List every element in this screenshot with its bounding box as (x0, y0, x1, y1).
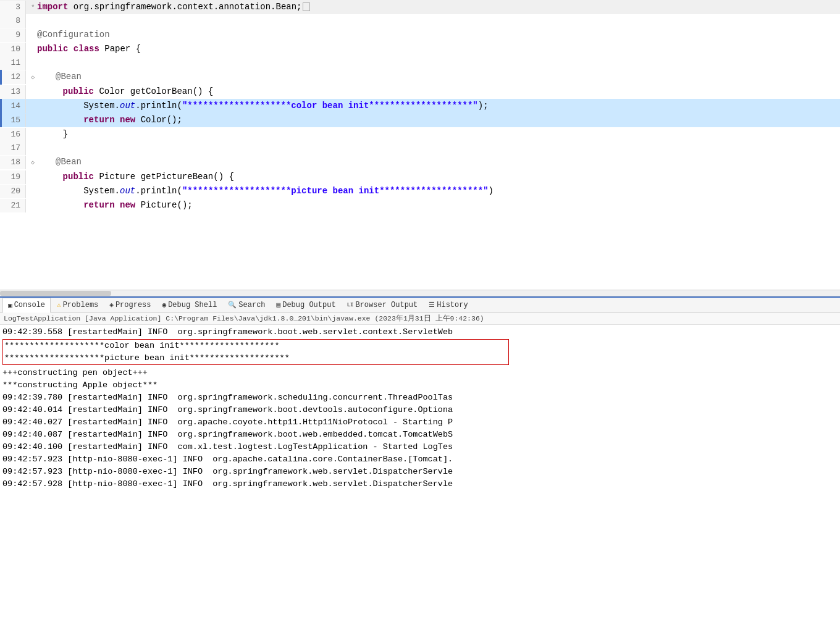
code-line-11: 11 (0, 56, 840, 70)
code-line-21: 21 return new Picture(); (0, 198, 840, 212)
left-bar-indicator-14 (0, 99, 2, 113)
tab-search[interactable]: 🔍 Search (223, 298, 270, 313)
code-line-16: 16 } (0, 127, 840, 141)
search-tab-icon: 🔍 (228, 301, 237, 309)
browser-output-tab-label: Browser Output (355, 301, 418, 309)
console-output[interactable]: 09:42:39.558 [restartedMain] INFO org.sp… (0, 325, 840, 610)
code-line-20: 20 System.out.println("*****************… (0, 184, 840, 198)
console-tabs-bar: ▣ Console ⚠ Problems ◈ Progress ◉ Debug … (0, 296, 840, 313)
console-panel: ▣ Console ⚠ Problems ◈ Progress ◉ Debug … (0, 296, 840, 610)
code-line-9: 9 @Configuration (0, 28, 840, 42)
tab-progress[interactable]: ◈ Progress (104, 298, 156, 313)
console-tab-icon: ▣ (8, 301, 12, 309)
console-highlighted-box: ********************color bean init*****… (2, 339, 509, 365)
history-tab-label: History (437, 301, 468, 309)
tab-browser-output[interactable]: LI Browser Output (342, 298, 423, 313)
console-output-line-13: 09:42:57.928 [http-nio-8080-exec-1] INFO… (2, 478, 838, 490)
code-line-14: 14 System.out.println("*****************… (0, 99, 840, 113)
code-line-15: 15 return new Color(); (0, 113, 840, 127)
history-tab-icon: ☰ (429, 301, 435, 309)
console-output-line-2: ********************color bean init*****… (3, 340, 508, 352)
code-line-18: 18 ◇ @Bean (0, 155, 840, 170)
problems-tab-label: Problems (63, 301, 99, 309)
debug-output-tab-label: Debug Output (282, 301, 335, 309)
code-line-13: 13 public Color getColorBean() { (0, 85, 840, 99)
code-line-12: 12 ◇ @Bean (0, 70, 840, 85)
console-output-line-12: 09:42:57.923 [http-nio-8080-exec-1] INFO… (2, 466, 838, 478)
console-output-line-9: 09:42:40.087 [restartedMain] INFO org.sp… (2, 429, 838, 441)
debug-shell-tab-icon: ◉ (162, 301, 167, 309)
console-info-text: LogTestApplication [Java Application] C:… (4, 314, 484, 322)
tab-problems[interactable]: ⚠ Problems (52, 298, 103, 313)
left-bar-indicator (0, 70, 2, 85)
debug-output-tab-icon: ▤ (277, 301, 281, 309)
console-output-line-8: 09:42:40.027 [restartedMain] INFO org.ap… (2, 416, 838, 429)
editor-scrollbar[interactable] (0, 290, 840, 296)
debug-shell-tab-label: Debug Shell (168, 301, 217, 309)
code-editor: 3 * import org.springframework.context.a… (0, 0, 840, 296)
console-output-line-6: 09:42:39.780 [restartedMain] INFO org.sp… (2, 392, 838, 404)
tab-history[interactable]: ☰ History (424, 298, 472, 313)
code-line-3: 3 * import org.springframework.context.a… (0, 0, 840, 14)
console-output-line-5: ***constructing Apple object*** (2, 379, 838, 392)
console-info-line: LogTestApplication [Java Application] C:… (0, 313, 840, 325)
tab-debug-shell[interactable]: ◉ Debug Shell (158, 298, 222, 313)
console-output-line-4: +++constructing pen object+++ (2, 367, 838, 379)
code-line-17: 17 (0, 141, 840, 155)
left-bar-indicator-15 (0, 113, 2, 127)
browser-output-tab-icon: LI (347, 302, 354, 308)
console-tab-label: Console (14, 301, 45, 309)
search-tab-label: Search (238, 301, 265, 309)
console-output-line-3: ********************picture bean init***… (3, 352, 508, 364)
code-line-19: 19 public Picture getPictureBean() { (0, 170, 840, 184)
progress-tab-label: Progress (116, 301, 151, 309)
console-output-line-1: 09:42:39.558 [restartedMain] INFO org.sp… (2, 326, 838, 338)
problems-tab-icon: ⚠ (57, 301, 61, 309)
code-line-10: 10 public class Paper { (0, 42, 840, 56)
code-line-8: 8 (0, 14, 840, 28)
code-lines: 3 * import org.springframework.context.a… (0, 0, 840, 212)
console-output-line-7: 09:42:40.014 [restartedMain] INFO org.sp… (2, 404, 838, 416)
console-output-line-11: 09:42:57.923 [http-nio-8080-exec-1] INFO… (2, 453, 838, 466)
console-output-line-10: 09:42:40.100 [restartedMain] INFO com.xl… (2, 441, 838, 453)
progress-tab-icon: ◈ (109, 301, 114, 309)
tab-debug-output[interactable]: ▤ Debug Output (272, 298, 341, 313)
tab-console[interactable]: ▣ Console (2, 298, 51, 313)
